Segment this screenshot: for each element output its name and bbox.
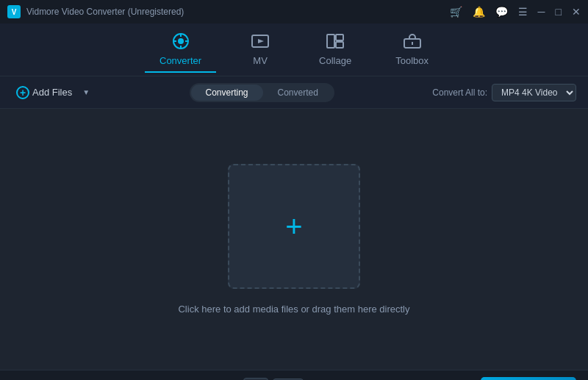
collage-icon <box>326 33 345 52</box>
bell-icon[interactable]: 🔔 <box>473 6 485 18</box>
convert-all-to-label: Convert All to: <box>432 87 487 98</box>
bottom-right: Merge into one file Convert All <box>384 377 576 381</box>
tab-collage[interactable]: Collage <box>304 27 366 72</box>
minimize-icon[interactable]: ─ <box>538 6 545 18</box>
plus-icon: + <box>285 212 302 241</box>
main-content: + Click here to add media files or drag … <box>0 109 588 370</box>
menu-icon[interactable]: ☰ <box>518 6 528 18</box>
drop-hint: Click here to add media files or drag th… <box>178 304 409 315</box>
title-text: Vidmore Video Converter (Unregistered) <box>26 7 184 17</box>
cart-icon[interactable]: 🛒 <box>450 6 462 18</box>
svg-rect-8 <box>327 35 334 48</box>
title-bar-left: V Vidmore Video Converter (Unregistered) <box>7 5 184 18</box>
add-circle-icon: + <box>16 86 29 99</box>
add-files-button[interactable]: + Add Files <box>12 83 76 102</box>
bottom-bar: Save to: ▼ ⚙ ▼ Merge into one file Conve… <box>0 370 588 380</box>
svg-point-1 <box>178 38 184 44</box>
svg-rect-10 <box>336 42 343 48</box>
convert-all-to: Convert All to: MP4 4K Video <box>432 84 576 101</box>
toolbar-left: + Add Files ▼ <box>12 83 91 102</box>
svg-marker-7 <box>258 39 264 43</box>
tab-mv[interactable]: MV <box>231 27 290 72</box>
app-logo: V <box>7 5 21 18</box>
add-files-label: Add Files <box>32 87 72 98</box>
nav-tabs: Converter MV Collage Toolb <box>0 24 588 76</box>
format-select[interactable]: MP4 4K Video <box>492 84 576 101</box>
tab-toolbox-label: Toolbox <box>395 55 429 66</box>
converted-tab[interactable]: Converted <box>263 85 333 101</box>
tab-mv-label: MV <box>253 55 268 66</box>
tab-converter[interactable]: Converter <box>145 27 216 72</box>
converter-icon <box>171 33 190 52</box>
mv-icon <box>251 33 270 52</box>
tab-toolbox[interactable]: Toolbox <box>381 27 443 72</box>
converting-tab[interactable]: Converting <box>191 85 263 101</box>
add-files-dropdown[interactable]: ▼ <box>81 88 91 96</box>
toolbar: + Add Files ▼ Converting Converted Conve… <box>0 76 588 109</box>
title-bar: V Vidmore Video Converter (Unregistered)… <box>0 0 588 24</box>
tab-switch: Converting Converted <box>190 83 334 102</box>
chat-icon[interactable]: 💬 <box>495 6 508 18</box>
tab-collage-label: Collage <box>319 55 351 66</box>
close-icon[interactable]: ✕ <box>572 6 581 18</box>
tab-converter-label: Converter <box>159 55 201 66</box>
title-bar-controls: 🛒 🔔 💬 ☰ ─ □ ✕ <box>450 6 581 18</box>
svg-rect-9 <box>336 35 343 40</box>
convert-all-button[interactable]: Convert All <box>481 377 576 381</box>
drop-zone[interactable]: + <box>228 164 360 289</box>
maximize-icon[interactable]: □ <box>556 6 562 18</box>
toolbox-icon <box>403 33 422 52</box>
